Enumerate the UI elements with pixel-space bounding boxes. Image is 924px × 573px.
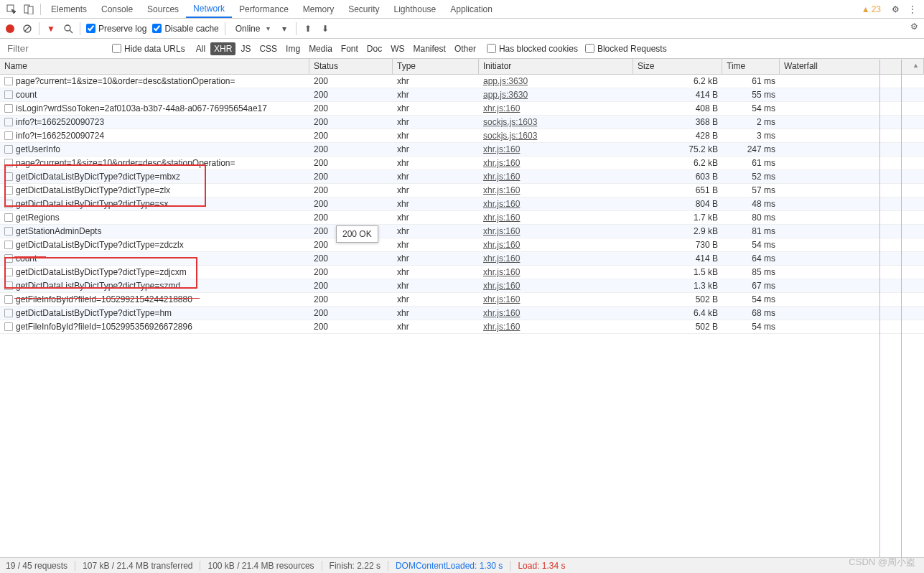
disable-cache-checkbox[interactable]: Disable cache	[152, 24, 218, 34]
initiator-link[interactable]: xhr.js:160	[483, 213, 520, 223]
network-settings-icon[interactable]: ⚙	[910, 22, 918, 32]
disable-cache-input[interactable]	[152, 24, 162, 33]
request-row[interactable]: getFileInfoById?fileId=10529921542442188…	[0, 293, 924, 307]
request-row[interactable]: count200xhrxhr.js:160414 B64 ms	[0, 252, 924, 266]
header-status[interactable]: Status	[309, 59, 393, 74]
request-row[interactable]: info?t=1662520090723200xhrsockjs.js:1603…	[0, 116, 924, 129]
request-row[interactable]: getDictDataListByDictType?dictType=zdczl…	[0, 238, 924, 252]
hide-data-urls-checkbox[interactable]: Hide data URLs	[112, 44, 185, 54]
filter-type-all[interactable]: All	[192, 42, 209, 55]
filter-type-xhr[interactable]: XHR	[210, 42, 235, 55]
request-size: 6.4 kB	[633, 308, 722, 318]
initiator-link[interactable]: app.js:3630	[483, 76, 528, 86]
request-row[interactable]: getDictDataListByDictType?dictType=zdjcx…	[0, 266, 924, 279]
filter-input[interactable]	[4, 42, 105, 55]
preserve-log-input[interactable]	[86, 24, 95, 33]
request-row[interactable]: count200xhrapp.js:3630414 B55 ms	[0, 88, 924, 102]
initiator-link[interactable]: xhr.js:160	[483, 253, 520, 264]
warning-badge[interactable]: ▲23	[862, 4, 881, 14]
initiator-link[interactable]: sockjs.js:1603	[483, 117, 537, 127]
initiator-link[interactable]: xhr.js:160	[483, 322, 520, 332]
initiator-link[interactable]: app.js:3630	[483, 90, 528, 100]
initiator-link[interactable]: xhr.js:160	[483, 308, 520, 318]
clear-button[interactable]	[22, 23, 33, 34]
tab-sources[interactable]: Sources	[140, 1, 186, 17]
svg-line-6	[70, 30, 73, 33]
filter-type-manifest[interactable]: Manifest	[410, 42, 449, 55]
request-row[interactable]: getDictDataListByDictType?dictType=hm200…	[0, 307, 924, 320]
kebab-icon[interactable]: ⋮	[907, 4, 918, 15]
initiator-link[interactable]: xhr.js:160	[483, 226, 520, 236]
tab-network[interactable]: Network	[186, 1, 232, 18]
blocked-requests-input[interactable]	[585, 44, 594, 53]
tab-elements[interactable]: Elements	[44, 1, 94, 17]
request-row[interactable]: getDictDataListByDictType?dictType=sx200…	[0, 197, 924, 211]
request-row[interactable]: getDictDataListByDictType?dictType=mbxz2…	[0, 170, 924, 184]
filter-type-doc[interactable]: Doc	[363, 42, 386, 55]
header-size[interactable]: Size	[633, 59, 722, 74]
filter-icon[interactable]: ▼	[45, 23, 57, 34]
filter-type-media[interactable]: Media	[305, 42, 336, 55]
initiator-link[interactable]: xhr.js:160	[483, 103, 520, 113]
import-har-icon[interactable]: ⬆	[302, 23, 314, 34]
throttling-caret-icon[interactable]: ▾	[279, 23, 290, 34]
filter-type-js[interactable]: JS	[237, 42, 254, 55]
request-row[interactable]: getDictDataListByDictType?dictType=zlx20…	[0, 184, 924, 197]
gear-icon[interactable]: ⚙	[890, 4, 901, 15]
initiator-link[interactable]: xhr.js:160	[483, 185, 520, 195]
blocked-cookies-checkbox[interactable]: Has blocked cookies	[487, 44, 578, 54]
initiator-link[interactable]: xhr.js:160	[483, 199, 520, 209]
header-waterfall[interactable]: Waterfall▲	[780, 59, 924, 74]
initiator-link[interactable]: xhr.js:160	[483, 144, 520, 154]
request-time: 80 ms	[722, 213, 780, 223]
initiator-link[interactable]: xhr.js:160	[483, 240, 520, 250]
tab-lighthouse[interactable]: Lighthouse	[387, 1, 444, 17]
header-type[interactable]: Type	[393, 59, 479, 74]
filter-type-ws[interactable]: WS	[387, 42, 408, 55]
request-row[interactable]: isLogin?wrdSsoToken=2af0103a-b3b7-44a8-a…	[0, 102, 924, 116]
tab-performance[interactable]: Performance	[232, 1, 296, 17]
device-icon[interactable]	[23, 4, 34, 15]
tab-application[interactable]: Application	[443, 1, 500, 17]
initiator-link[interactable]: xhr.js:160	[483, 267, 520, 277]
request-row[interactable]: getStationAdminDepts200xhrxhr.js:1602.9 …	[0, 225, 924, 238]
request-row[interactable]: getRegions200xhrxhr.js:1601.7 kB80 ms	[0, 211, 924, 225]
request-time: 61 ms	[722, 76, 780, 86]
preserve-log-checkbox[interactable]: Preserve log	[86, 24, 146, 34]
request-row[interactable]: getUserInfo200xhrxhr.js:16075.2 kB247 ms	[0, 143, 924, 157]
filter-type-img[interactable]: Img	[282, 42, 304, 55]
request-type: xhr	[393, 76, 479, 86]
header-time[interactable]: Time	[722, 59, 780, 74]
blocked-cookies-input[interactable]	[487, 44, 496, 53]
request-row[interactable]: info?t=1662520090724200xhrsockjs.js:1603…	[0, 129, 924, 143]
inspect-icon[interactable]	[6, 4, 17, 15]
header-name[interactable]: Name	[0, 59, 309, 74]
devtools-tabbar: Elements Console Sources Network Perform…	[0, 0, 924, 19]
header-initiator[interactable]: Initiator	[479, 59, 633, 74]
record-button[interactable]	[4, 23, 16, 34]
initiator-link[interactable]: xhr.js:160	[483, 172, 520, 182]
throttling-select[interactable]: Online	[231, 22, 274, 36]
request-row[interactable]: page?current=1&size=10&order=desc&statio…	[0, 75, 924, 88]
filter-type-css[interactable]: CSS	[256, 42, 281, 55]
export-har-icon[interactable]: ⬇	[319, 23, 331, 34]
request-row[interactable]: page?current=1&size=10&order=desc&statio…	[0, 157, 924, 170]
search-icon[interactable]	[62, 23, 74, 34]
tab-security[interactable]: Security	[341, 1, 386, 17]
request-row[interactable]: getDictDataListByDictType?dictType=szmd2…	[0, 279, 924, 293]
hide-data-urls-input[interactable]	[112, 44, 121, 53]
request-type: xhr	[393, 172, 479, 182]
tab-console[interactable]: Console	[94, 1, 140, 17]
tab-memory[interactable]: Memory	[296, 1, 341, 17]
initiator-link[interactable]: xhr.js:160	[483, 281, 520, 291]
initiator-link[interactable]: xhr.js:160	[483, 294, 520, 304]
request-row[interactable]: getFileInfoById?fileId=10529953569266728…	[0, 320, 924, 334]
divider	[39, 22, 39, 35]
initiator-link[interactable]: xhr.js:160	[483, 158, 520, 168]
filter-type-font[interactable]: Font	[337, 42, 362, 55]
request-time: 67 ms	[722, 281, 780, 291]
filter-type-other[interactable]: Other	[451, 42, 480, 55]
initiator-link[interactable]: sockjs.js:1603	[483, 131, 537, 141]
blocked-requests-checkbox[interactable]: Blocked Requests	[585, 44, 667, 54]
doc-icon	[4, 227, 13, 236]
